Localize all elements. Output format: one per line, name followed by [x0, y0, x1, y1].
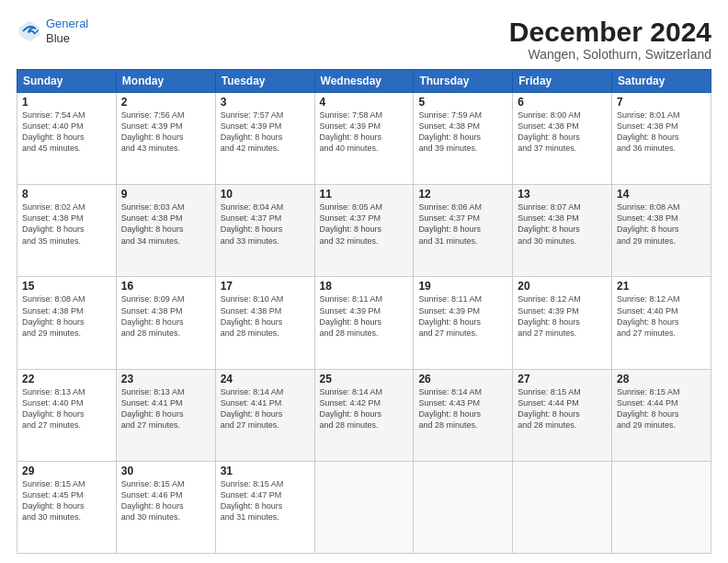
logo-line1: General: [46, 17, 88, 31]
calendar-cell: 27Sunrise: 8:15 AMSunset: 4:44 PMDayligh…: [513, 369, 612, 461]
day-number: 9: [121, 188, 210, 201]
logo-line2: Blue: [46, 31, 88, 46]
calendar-cell: 23Sunrise: 8:13 AMSunset: 4:41 PMDayligh…: [116, 369, 215, 461]
day-info: Sunrise: 8:02 AMSunset: 4:38 PMDaylight:…: [22, 201, 111, 247]
calendar-cell: [513, 461, 612, 553]
day-number: 14: [617, 188, 706, 201]
day-number: 11: [320, 188, 409, 201]
calendar-cell: 17Sunrise: 8:10 AMSunset: 4:38 PMDayligh…: [215, 277, 314, 369]
subtitle: Wangen, Solothurn, Switzerland: [509, 47, 711, 62]
calendar-cell: 20Sunrise: 8:12 AMSunset: 4:39 PMDayligh…: [513, 277, 612, 369]
calendar-cell: 1Sunrise: 7:54 AMSunset: 4:40 PMDaylight…: [17, 93, 117, 185]
calendar-cell: 8Sunrise: 8:02 AMSunset: 4:38 PMDaylight…: [17, 185, 117, 277]
day-number: 22: [22, 373, 111, 385]
day-info: Sunrise: 8:15 AMSunset: 4:44 PMDaylight:…: [617, 386, 706, 431]
day-info: Sunrise: 8:14 AMSunset: 4:41 PMDaylight:…: [221, 386, 310, 431]
col-header-wednesday: Wednesday: [314, 70, 414, 93]
day-info: Sunrise: 8:13 AMSunset: 4:40 PMDaylight:…: [22, 386, 111, 431]
calendar-cell: 25Sunrise: 8:14 AMSunset: 4:42 PMDayligh…: [314, 369, 414, 461]
day-info: Sunrise: 7:59 AMSunset: 4:38 PMDaylight:…: [418, 109, 507, 155]
col-header-friday: Friday: [513, 70, 612, 93]
day-number: 20: [518, 280, 607, 293]
day-number: 28: [617, 373, 706, 385]
calendar-cell: 15Sunrise: 8:08 AMSunset: 4:38 PMDayligh…: [17, 277, 117, 369]
calendar-cell: 22Sunrise: 8:13 AMSunset: 4:40 PMDayligh…: [17, 369, 117, 461]
page: General Blue December 2024 Wangen, Solot…: [0, 0, 728, 563]
day-number: 18: [320, 280, 409, 293]
day-info: Sunrise: 7:54 AMSunset: 4:40 PMDaylight:…: [22, 109, 111, 155]
day-info: Sunrise: 8:14 AMSunset: 4:42 PMDaylight:…: [320, 386, 409, 431]
day-number: 12: [418, 188, 507, 201]
header: General Blue December 2024 Wangen, Solot…: [17, 17, 711, 62]
day-info: Sunrise: 8:05 AMSunset: 4:37 PMDaylight:…: [320, 201, 409, 247]
day-info: Sunrise: 8:14 AMSunset: 4:43 PMDaylight:…: [418, 386, 507, 431]
col-header-sunday: Sunday: [17, 70, 117, 93]
day-number: 16: [121, 280, 210, 293]
day-number: 25: [320, 373, 409, 385]
day-info: Sunrise: 8:13 AMSunset: 4:41 PMDaylight:…: [121, 386, 210, 431]
main-title: December 2024: [509, 17, 711, 47]
day-number: 21: [617, 280, 706, 293]
calendar-cell: 12Sunrise: 8:06 AMSunset: 4:37 PMDayligh…: [414, 185, 513, 277]
day-info: Sunrise: 7:58 AMSunset: 4:39 PMDaylight:…: [320, 109, 409, 155]
calendar-cell: 13Sunrise: 8:07 AMSunset: 4:38 PMDayligh…: [513, 185, 612, 277]
day-info: Sunrise: 8:15 AMSunset: 4:45 PMDaylight:…: [22, 478, 111, 523]
day-info: Sunrise: 7:56 AMSunset: 4:39 PMDaylight:…: [121, 109, 210, 155]
calendar-cell: 6Sunrise: 8:00 AMSunset: 4:38 PMDaylight…: [513, 93, 612, 185]
day-info: Sunrise: 8:04 AMSunset: 4:37 PMDaylight:…: [221, 201, 310, 247]
day-number: 27: [518, 373, 607, 385]
calendar-cell: 26Sunrise: 8:14 AMSunset: 4:43 PMDayligh…: [414, 369, 513, 461]
week-row-4: 22Sunrise: 8:13 AMSunset: 4:40 PMDayligh…: [17, 369, 711, 461]
calendar-cell: 29Sunrise: 8:15 AMSunset: 4:45 PMDayligh…: [17, 461, 117, 553]
day-number: 7: [617, 96, 706, 109]
week-row-1: 1Sunrise: 7:54 AMSunset: 4:40 PMDaylight…: [17, 93, 711, 185]
day-number: 10: [221, 188, 310, 201]
day-info: Sunrise: 8:15 AMSunset: 4:46 PMDaylight:…: [121, 478, 210, 523]
day-number: 30: [121, 465, 210, 477]
day-info: Sunrise: 8:06 AMSunset: 4:37 PMDaylight:…: [418, 201, 507, 247]
day-info: Sunrise: 8:08 AMSunset: 4:38 PMDaylight:…: [617, 201, 706, 247]
day-number: 1: [22, 96, 111, 109]
calendar-cell: 21Sunrise: 8:12 AMSunset: 4:40 PMDayligh…: [612, 277, 711, 369]
day-info: Sunrise: 8:15 AMSunset: 4:47 PMDaylight:…: [221, 478, 310, 523]
calendar-cell: [314, 461, 414, 553]
calendar-cell: 24Sunrise: 8:14 AMSunset: 4:41 PMDayligh…: [215, 369, 314, 461]
col-header-tuesday: Tuesday: [215, 70, 314, 93]
title-block: December 2024 Wangen, Solothurn, Switzer…: [509, 17, 711, 62]
logo: General Blue: [17, 17, 88, 45]
calendar-cell: 14Sunrise: 8:08 AMSunset: 4:38 PMDayligh…: [612, 185, 711, 277]
day-number: 24: [221, 373, 310, 385]
calendar-cell: 3Sunrise: 7:57 AMSunset: 4:39 PMDaylight…: [215, 93, 314, 185]
day-number: 5: [418, 96, 507, 109]
day-info: Sunrise: 8:08 AMSunset: 4:38 PMDaylight:…: [22, 293, 111, 339]
day-number: 29: [22, 465, 111, 477]
week-row-3: 15Sunrise: 8:08 AMSunset: 4:38 PMDayligh…: [17, 277, 711, 369]
day-info: Sunrise: 8:09 AMSunset: 4:38 PMDaylight:…: [121, 293, 210, 339]
calendar-cell: 30Sunrise: 8:15 AMSunset: 4:46 PMDayligh…: [116, 461, 215, 553]
day-number: 3: [221, 96, 310, 109]
logo-icon: [17, 18, 42, 44]
day-number: 23: [121, 373, 210, 385]
calendar-cell: 18Sunrise: 8:11 AMSunset: 4:39 PMDayligh…: [314, 277, 414, 369]
day-info: Sunrise: 8:03 AMSunset: 4:38 PMDaylight:…: [121, 201, 210, 247]
day-number: 26: [418, 373, 507, 385]
calendar-cell: 19Sunrise: 8:11 AMSunset: 4:39 PMDayligh…: [414, 277, 513, 369]
day-info: Sunrise: 8:11 AMSunset: 4:39 PMDaylight:…: [320, 293, 409, 339]
day-info: Sunrise: 8:15 AMSunset: 4:44 PMDaylight:…: [518, 386, 607, 431]
day-number: 2: [121, 96, 210, 109]
week-row-2: 8Sunrise: 8:02 AMSunset: 4:38 PMDaylight…: [17, 185, 711, 277]
calendar-cell: 9Sunrise: 8:03 AMSunset: 4:38 PMDaylight…: [116, 185, 215, 277]
calendar-cell: [612, 461, 711, 553]
calendar-cell: 31Sunrise: 8:15 AMSunset: 4:47 PMDayligh…: [215, 461, 314, 553]
day-info: Sunrise: 8:01 AMSunset: 4:38 PMDaylight:…: [617, 109, 706, 155]
day-number: 31: [221, 465, 310, 477]
day-info: Sunrise: 7:57 AMSunset: 4:39 PMDaylight:…: [221, 109, 310, 155]
calendar-cell: 4Sunrise: 7:58 AMSunset: 4:39 PMDaylight…: [314, 93, 414, 185]
day-info: Sunrise: 8:12 AMSunset: 4:39 PMDaylight:…: [518, 293, 607, 339]
logo-text: General Blue: [46, 17, 88, 45]
day-number: 17: [221, 280, 310, 293]
day-number: 4: [320, 96, 409, 109]
day-info: Sunrise: 8:00 AMSunset: 4:38 PMDaylight:…: [518, 109, 607, 155]
day-info: Sunrise: 8:12 AMSunset: 4:40 PMDaylight:…: [617, 293, 706, 339]
calendar-cell: 16Sunrise: 8:09 AMSunset: 4:38 PMDayligh…: [116, 277, 215, 369]
